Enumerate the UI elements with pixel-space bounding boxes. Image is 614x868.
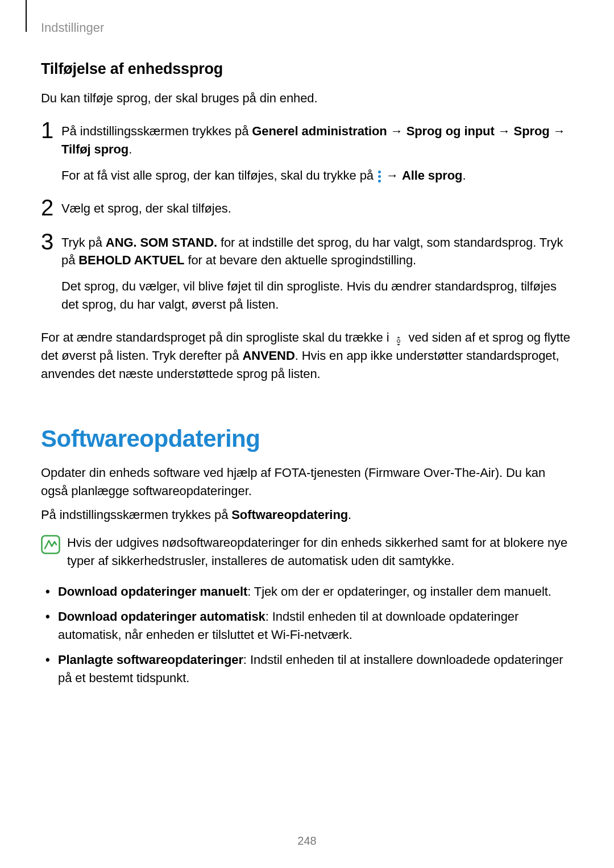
major-heading-software-update: Softwareopdatering (41, 425, 573, 452)
more-options-icon (378, 170, 381, 182)
step-1: 1 På indstillingsskærmen trykkes på Gene… (41, 122, 573, 185)
step-2: 2 Vælg et sprog, der skal tilføjes. (41, 200, 573, 219)
main-content: Tilføjelse af enhedssprog Du kan tilføje… (41, 60, 573, 694)
step-1-line-2: For at få vist alle sprog, der kan tilfø… (61, 167, 573, 185)
svg-point-0 (397, 340, 400, 343)
step-body: Vælg et sprog, der skal tilføjes. (61, 200, 573, 218)
step-1-line-1: På indstillingsskærmen trykkes på Genere… (61, 122, 573, 159)
software-update-intro: Opdater din enheds software ved hjælp af… (41, 464, 573, 500)
list-item: Planlagte softwareopdateringer: Indstil … (58, 651, 573, 687)
step-3: 3 Tryk på ANG. SOM STAND. for at indstil… (41, 234, 573, 314)
note-block: Hvis der udgives nødsoftwareopdateringer… (41, 534, 573, 570)
list-item: Download opdateringer automatisk: Indsti… (58, 608, 573, 644)
bullet-list: Download opdateringer manuelt: Tjek om d… (41, 583, 573, 687)
step-3-line-2: Det sprog, du vælger, vil blive føjet ti… (61, 277, 573, 314)
intro-text: Du kan tilføje sprog, der skal bruges på… (41, 89, 573, 107)
note-text: Hvis der udgives nødsoftwareopdateringer… (67, 534, 573, 570)
step-body: Tryk på ANG. SOM STAND. for at indstille… (61, 234, 573, 314)
drag-handle-icon (393, 333, 404, 343)
after-steps-text: For at ændre standardsproget på din spro… (41, 329, 573, 383)
page-number: 248 (0, 834, 614, 848)
header-breadcrumb: Indstillinger (41, 20, 104, 35)
section-heading-add-language: Tilføjelse af enhedssprog (41, 60, 573, 78)
step-body: På indstillingsskærmen trykkes på Genere… (61, 122, 573, 185)
step-number: 2 (41, 196, 61, 219)
note-icon (41, 535, 60, 554)
step-number: 1 (41, 119, 61, 142)
step-3-line-1: Tryk på ANG. SOM STAND. for at indstille… (61, 234, 573, 270)
step-2-text: Vælg et sprog, der skal tilføjes. (61, 200, 573, 218)
list-item: Download opdateringer manuelt: Tjek om d… (58, 583, 573, 601)
step-number: 3 (41, 230, 61, 253)
software-update-nav: På indstillingsskærmen trykkes på Softwa… (41, 506, 573, 524)
page-margin-line (26, 0, 27, 32)
